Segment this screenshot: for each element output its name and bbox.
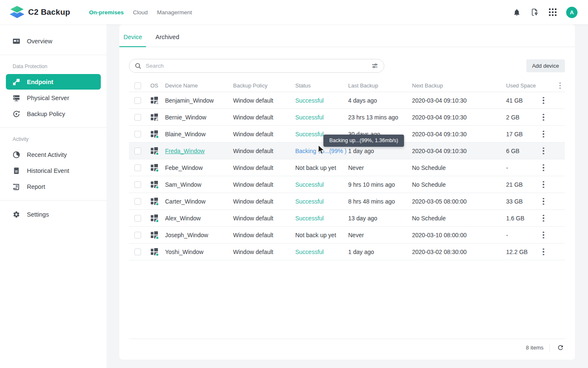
device-name[interactable]: Carter_Window — [165, 198, 205, 205]
add-device-button[interactable]: Add device — [526, 59, 565, 72]
device-name[interactable]: Yoshi_Window — [165, 249, 203, 255]
tab-archived[interactable]: Archived — [151, 34, 183, 47]
device-name[interactable]: Blaine_Window — [165, 131, 206, 138]
sidebar-item-settings[interactable]: Settings — [6, 207, 101, 222]
table-row[interactable]: Sam_Window Window default Successful 9 h… — [129, 176, 565, 193]
sidebar-item-report[interactable]: Report — [6, 179, 101, 194]
column-options-icon[interactable] — [558, 81, 562, 90]
sidebar-item-backup-policy[interactable]: Backup Policy — [6, 106, 101, 122]
row-actions-menu-icon[interactable] — [541, 179, 546, 190]
row-actions-menu-icon[interactable] — [541, 162, 546, 173]
device-name[interactable]: Sam_Window — [165, 181, 201, 188]
next-backup-cell: 2020-03-05 08:00:00 — [409, 198, 503, 205]
nav-management[interactable]: Managerment — [157, 9, 192, 16]
row-checkbox[interactable] — [134, 181, 141, 188]
status-cell: Successful — [292, 198, 345, 205]
nav-on-premises[interactable]: On-premises — [89, 9, 124, 16]
row-actions-menu-icon[interactable] — [541, 112, 546, 122]
refresh-icon[interactable] — [556, 343, 565, 352]
backup-policy-cell: Window default — [230, 181, 292, 188]
windows-os-icon — [150, 180, 158, 188]
device-name[interactable]: Joseph_Window — [165, 232, 208, 238]
status-cell: Not back up yet — [292, 232, 345, 238]
backup-policy-cell: Window default — [230, 164, 292, 171]
table-row[interactable]: Benjamin_Window Window default Successfu… — [129, 92, 565, 109]
row-checkbox[interactable] — [134, 164, 141, 171]
next-backup-cell: 2020-03-04 09:10:30 — [409, 97, 503, 104]
device-name[interactable]: Febe_Window — [165, 164, 203, 171]
sidebar-item-label: Backup Policy — [27, 111, 65, 117]
table-row[interactable]: Joseph_Window Window default Not back up… — [129, 227, 565, 244]
table-row[interactable]: Febe_Window Window default Not back up y… — [129, 159, 565, 176]
row-checkbox[interactable] — [134, 131, 141, 138]
tab-bar: Device Archived — [119, 24, 575, 47]
column-next-backup[interactable]: Next Backup — [409, 82, 503, 89]
tab-device[interactable]: Device — [119, 34, 146, 47]
endpoint-icon — [13, 78, 20, 86]
column-last-backup[interactable]: Last Backup — [345, 82, 409, 89]
table-row[interactable]: Bernie_Window Window default Successful … — [129, 109, 565, 126]
overview-icon — [13, 37, 20, 45]
search-input[interactable] — [146, 63, 371, 69]
sidebar-item-label: Overview — [27, 38, 52, 45]
sidebar-item-endpoint[interactable]: Endpoint — [6, 74, 101, 90]
column-status[interactable]: Status — [292, 82, 345, 89]
row-checkbox[interactable] — [134, 114, 141, 121]
device-status-dot — [155, 219, 159, 223]
column-os[interactable]: OS — [147, 82, 162, 89]
row-checkbox[interactable] — [134, 215, 141, 222]
device-status-dot — [155, 118, 159, 122]
table-row[interactable]: Alex_Window Window default Successful 13… — [129, 210, 565, 227]
apps-grid-icon[interactable] — [548, 8, 557, 17]
device-status-dot — [155, 253, 159, 257]
column-used-space[interactable]: Used Space — [503, 82, 550, 89]
row-actions-menu-icon[interactable] — [541, 213, 546, 223]
row-checkbox[interactable] — [134, 232, 141, 238]
next-backup-cell: 2020-03-02 08:30:00 — [409, 249, 503, 255]
backup-policy-icon — [13, 110, 20, 118]
row-checkbox[interactable] — [134, 198, 141, 205]
notifications-bell-icon[interactable] — [512, 8, 521, 17]
section-label-activity: Activity — [0, 134, 107, 146]
row-checkbox[interactable] — [134, 148, 141, 154]
device-log-location-icon[interactable] — [530, 8, 539, 17]
table-body: Benjamin_Window Window default Successfu… — [129, 92, 565, 260]
select-all-checkbox[interactable] — [134, 82, 141, 89]
backup-policy-cell: Window default — [230, 232, 292, 238]
device-name[interactable]: Benjamin_Window — [165, 97, 214, 104]
row-actions-menu-icon[interactable] — [541, 146, 546, 156]
column-device-name[interactable]: Device Name — [162, 82, 230, 89]
sidebar-item-physical-server[interactable]: Physical Server — [6, 90, 101, 106]
last-backup-cell: 1 day ago — [345, 249, 409, 255]
section-label-data-protection: Data Protection — [0, 61, 107, 74]
next-backup-cell: No Schedule — [409, 164, 503, 171]
device-name[interactable]: Alex_Window — [165, 215, 201, 222]
device-list-card: Device Archived Add device — [119, 24, 575, 360]
device-name[interactable]: Bernie_Window — [165, 114, 206, 121]
row-checkbox[interactable] — [134, 97, 141, 104]
filter-sliders-icon[interactable] — [371, 62, 378, 69]
user-avatar[interactable]: A — [566, 7, 578, 18]
nav-cloud[interactable]: Cloud — [133, 9, 148, 16]
row-checkbox[interactable] — [134, 249, 141, 255]
historical-event-icon — [13, 167, 20, 175]
row-actions-menu-icon[interactable] — [541, 196, 546, 207]
sidebar-item-recent-activity[interactable]: Recent Activity — [6, 147, 101, 162]
column-backup-policy[interactable]: Backup Policy — [230, 82, 292, 89]
device-name[interactable]: Freda_Window — [165, 148, 205, 154]
device-status-dot — [155, 236, 159, 240]
footer-divider — [549, 344, 550, 352]
sidebar-item-historical-event[interactable]: Historical Event — [6, 163, 101, 178]
sidebar-item-label: Physical Server — [27, 95, 69, 101]
row-actions-menu-icon[interactable] — [541, 230, 546, 240]
row-actions-menu-icon[interactable] — [541, 246, 546, 257]
sidebar-item-label: Settings — [27, 211, 49, 218]
last-backup-cell: 1 day ago — [345, 148, 409, 154]
last-backup-cell: 9 hrs 10 mins ago — [345, 181, 409, 188]
table-row[interactable]: Carter_Window Window default Successful … — [129, 193, 565, 210]
row-actions-menu-icon[interactable] — [541, 129, 546, 139]
row-actions-menu-icon[interactable] — [541, 95, 546, 106]
table-row[interactable]: Yoshi_Window Window default Successful 1… — [129, 244, 565, 260]
windows-os-icon — [150, 231, 158, 239]
sidebar-item-overview[interactable]: Overview — [6, 33, 101, 49]
